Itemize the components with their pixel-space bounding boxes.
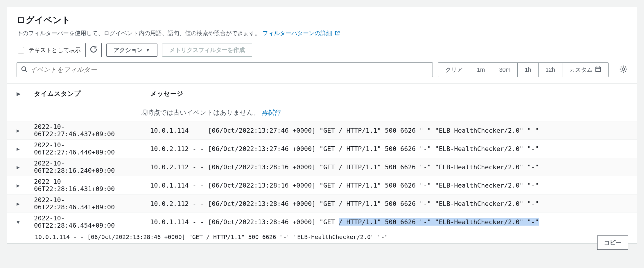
actions-button[interactable]: アクション ▼: [106, 44, 157, 57]
table-header: ▶ タイムスタンプ メッセージ: [7, 84, 637, 104]
cell-message: 10.0.1.114 - - [06/Oct/2022:13:27:46 +00…: [144, 127, 627, 134]
cell-timestamp: 2022-10-06T22:27:46.437+09:00: [34, 123, 144, 138]
table-row[interactable]: ▶2022-10-06T22:28:46.341+09:0010.0.2.112…: [7, 195, 637, 213]
page-subtitle: 下のフィルターバーを使用して、ログイベント内の用語、語句、値の検索や照合ができま…: [17, 29, 627, 38]
time-range-12h[interactable]: 12h: [538, 63, 562, 77]
cell-message: 10.0.1.114 - - [06/Oct/2022:13:28:16 +00…: [144, 182, 627, 189]
svg-rect-1: [596, 67, 601, 71]
create-metric-filter-button[interactable]: メトリクスフィルターを作成: [162, 44, 252, 57]
expanded-detail: 10.0.1.114 - - [06/Oct/2022:13:28:46 +00…: [7, 231, 637, 243]
expand-row-toggle[interactable]: ▼: [17, 219, 34, 225]
copy-button[interactable]: コピー: [597, 235, 628, 250]
cell-timestamp: 2022-10-06T22:28:46.454+09:00: [34, 215, 144, 229]
highlighted-text: / HTTP/1.1" 500 6626 "-" "ELB-HealthChec…: [339, 218, 539, 226]
column-timestamp[interactable]: タイムスタンプ: [34, 89, 144, 98]
log-events-panel: ログイベント 下のフィルターバーを使用して、ログイベント内の用語、語句、値の検索…: [7, 7, 637, 244]
clear-time-button[interactable]: クリア: [438, 63, 470, 77]
chevron-down-icon: ▼: [146, 48, 150, 53]
search-icon: [21, 66, 27, 74]
refresh-icon: [90, 46, 97, 55]
column-message[interactable]: メッセージ: [144, 89, 627, 98]
cell-message: 10.0.1.114 - - [06/Oct/2022:13:28:46 +00…: [144, 218, 627, 226]
svg-point-2: [622, 68, 625, 70]
expand-row-toggle[interactable]: ▶: [17, 127, 34, 134]
cell-message: 10.0.2.112 - - [06/Oct/2022:13:28:46 +00…: [144, 200, 627, 207]
expand-row-toggle[interactable]: ▶: [17, 164, 34, 170]
svg-point-0: [22, 66, 26, 71]
show-as-text-checkbox[interactable]: [18, 47, 24, 53]
settings-icon[interactable]: [619, 65, 627, 75]
calendar-icon: [595, 66, 601, 74]
time-range-30m[interactable]: 30m: [492, 63, 517, 77]
cell-message: 10.0.2.112 - - [06/Oct/2022:13:27:46 +00…: [144, 145, 627, 152]
table-row[interactable]: ▼2022-10-06T22:28:46.454+09:0010.0.1.114…: [7, 213, 637, 231]
no-older-events-row: . . 現時点では古いイベントはありません。 再試行: [7, 104, 637, 121]
expand-row-toggle[interactable]: ▶: [17, 201, 34, 207]
table-row[interactable]: ▶2022-10-06T22:27:46.437+09:0010.0.1.114…: [7, 121, 637, 140]
table-row[interactable]: ▶2022-10-06T22:28:16.240+09:0010.0.2.112…: [7, 158, 637, 176]
table-row[interactable]: ▶2022-10-06T22:27:46.440+09:0010.0.2.112…: [7, 140, 637, 158]
time-range-group: クリア 1m 30m 1h 12h カスタム: [438, 62, 609, 77]
page-title: ログイベント: [17, 14, 627, 26]
show-as-text-option[interactable]: テキストとして表示: [17, 46, 81, 54]
external-link-icon: [335, 30, 340, 38]
cell-timestamp: 2022-10-06T22:28:16.431+09:00: [34, 178, 144, 193]
expand-all-toggle[interactable]: ▶: [17, 91, 34, 97]
filter-input-wrap[interactable]: [17, 62, 433, 77]
table-row[interactable]: ▶2022-10-06T22:28:16.431+09:0010.0.1.114…: [7, 176, 637, 195]
cell-message: 10.0.2.112 - - [06/Oct/2022:13:28:16 +00…: [144, 163, 627, 171]
time-range-1h[interactable]: 1h: [517, 63, 538, 77]
filter-pattern-docs-link[interactable]: フィルターパターンの詳細: [262, 30, 340, 36]
cell-timestamp: 2022-10-06T22:28:46.341+09:00: [34, 196, 144, 211]
retry-link[interactable]: 再試行: [261, 109, 281, 116]
refresh-button[interactable]: [85, 43, 102, 57]
filter-input[interactable]: [27, 63, 428, 77]
expand-row-toggle[interactable]: ▶: [17, 182, 34, 188]
expand-row-toggle[interactable]: ▶: [17, 146, 34, 152]
cell-timestamp: 2022-10-06T22:27:46.440+09:00: [34, 141, 144, 156]
cell-timestamp: 2022-10-06T22:28:16.240+09:00: [34, 160, 144, 174]
time-range-1m[interactable]: 1m: [470, 63, 492, 77]
time-range-custom[interactable]: カスタム: [562, 63, 608, 77]
log-events-table: ▶ タイムスタンプ メッセージ . . 現時点では古いイベントはありません。 再…: [7, 84, 637, 243]
